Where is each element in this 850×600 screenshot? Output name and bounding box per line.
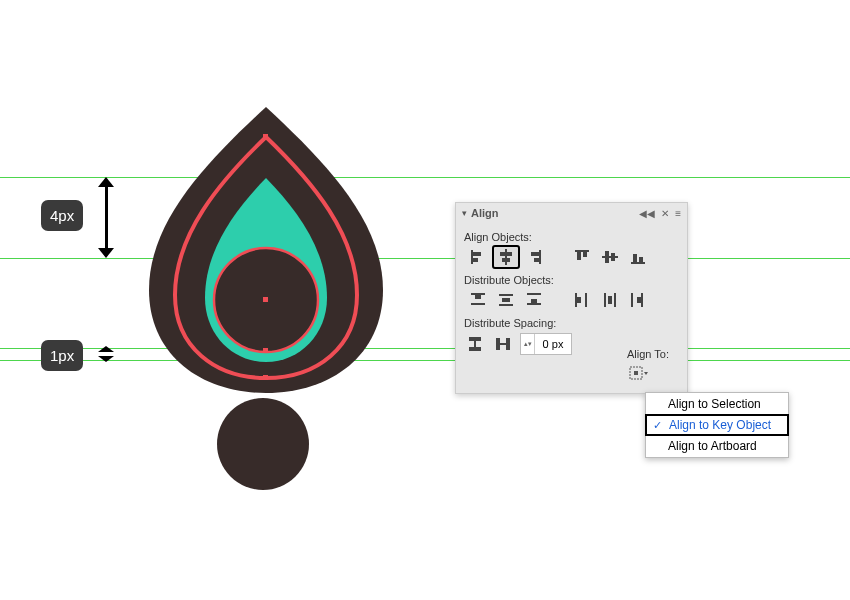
svg-rect-24: [639, 257, 643, 264]
align-vcenter-button[interactable]: [596, 245, 624, 269]
align-objects-label: Align Objects:: [464, 231, 679, 243]
align-right-button[interactable]: [520, 245, 548, 269]
svg-rect-17: [577, 250, 581, 260]
guide-line: [0, 258, 850, 259]
svg-rect-23: [633, 254, 637, 264]
distribute-hcenter-button[interactable]: [596, 288, 624, 312]
menu-align-to-key-object[interactable]: ✓Align to Key Object: [645, 414, 789, 436]
svg-rect-30: [502, 298, 510, 302]
align-to-section: Align To:: [627, 348, 679, 385]
svg-rect-43: [469, 337, 481, 341]
close-icon[interactable]: ✕: [661, 208, 669, 219]
spacing-input[interactable]: [535, 338, 571, 350]
svg-rect-35: [585, 293, 587, 307]
svg-rect-9: [471, 258, 478, 262]
arrow-head-icon: [98, 177, 114, 187]
svg-rect-14: [531, 252, 541, 256]
svg-rect-18: [583, 250, 587, 257]
canvas-artwork[interactable]: [137, 100, 395, 490]
svg-rect-50: [634, 371, 638, 375]
arrow-head-icon: [98, 346, 114, 352]
distribute-objects-row: [464, 286, 679, 314]
svg-rect-4: [263, 348, 268, 353]
svg-rect-25: [471, 293, 485, 295]
svg-rect-48: [500, 343, 506, 345]
measurement-label-bottom: 1px: [41, 340, 83, 371]
chevron-down-icon[interactable]: ▾: [462, 208, 467, 218]
svg-rect-33: [531, 299, 537, 303]
align-to-dropdown[interactable]: [627, 363, 651, 385]
svg-rect-8: [471, 252, 481, 256]
align-left-button[interactable]: [464, 245, 492, 269]
svg-rect-12: [502, 258, 510, 262]
panel-title: Align: [471, 207, 499, 219]
svg-rect-45: [474, 341, 476, 347]
guide-line: [0, 177, 850, 178]
svg-rect-34: [575, 293, 577, 307]
distribute-vcenter-button[interactable]: [492, 288, 520, 312]
svg-rect-36: [577, 297, 581, 303]
svg-rect-21: [611, 253, 615, 261]
menu-item-label: Align to Selection: [668, 397, 761, 411]
svg-rect-46: [496, 338, 500, 350]
svg-rect-20: [605, 251, 609, 263]
distribute-left-button[interactable]: [568, 288, 596, 312]
arrow-head-icon: [98, 248, 114, 258]
align-to-menu[interactable]: Align to Selection ✓Align to Key Object …: [645, 392, 789, 458]
menu-item-label: Align to Artboard: [668, 439, 757, 453]
svg-rect-41: [641, 293, 643, 307]
stepper-arrows-icon[interactable]: ▴▾: [521, 334, 535, 354]
svg-rect-28: [499, 294, 513, 296]
svg-rect-47: [506, 338, 510, 350]
panel-header[interactable]: ▾ Align ◀◀ ✕ ≡: [456, 203, 687, 223]
svg-rect-15: [534, 258, 541, 262]
distribute-bottom-button[interactable]: [520, 288, 548, 312]
horizontal-spacing-button[interactable]: [492, 333, 514, 355]
svg-rect-42: [637, 297, 641, 303]
menu-item-label: Align to Key Object: [669, 418, 771, 432]
vertical-spacing-button[interactable]: [464, 333, 486, 355]
align-to-label: Align To:: [627, 348, 679, 360]
guide-line: [0, 360, 850, 361]
svg-rect-10: [505, 249, 507, 265]
svg-rect-37: [604, 293, 606, 307]
distribute-objects-label: Distribute Objects:: [464, 274, 679, 286]
svg-rect-11: [500, 252, 512, 256]
distribute-right-button[interactable]: [624, 288, 652, 312]
align-top-button[interactable]: [568, 245, 596, 269]
align-panel[interactable]: ▾ Align ◀◀ ✕ ≡ Align Objects: Distribute…: [455, 202, 688, 394]
check-icon: ✓: [653, 419, 669, 432]
align-hcenter-button[interactable]: [492, 245, 520, 269]
svg-rect-26: [471, 303, 485, 305]
guide-line: [0, 348, 850, 349]
svg-point-6: [217, 398, 309, 490]
distribute-top-button[interactable]: [464, 288, 492, 312]
arrow-head-icon: [98, 356, 114, 362]
align-bottom-button[interactable]: [624, 245, 652, 269]
svg-rect-44: [469, 347, 481, 351]
dimension-arrow: [105, 183, 108, 251]
svg-rect-39: [608, 296, 612, 304]
distribute-spacing-label: Distribute Spacing:: [464, 317, 679, 329]
panel-menu-icon[interactable]: ≡: [675, 208, 681, 219]
spacing-stepper[interactable]: ▴▾: [520, 333, 572, 355]
svg-rect-2: [263, 134, 268, 139]
svg-rect-5: [263, 375, 268, 380]
svg-rect-38: [614, 293, 616, 307]
svg-rect-32: [527, 303, 541, 305]
svg-rect-31: [527, 293, 541, 295]
collapse-icon[interactable]: ◀◀: [639, 208, 655, 219]
svg-rect-3: [263, 297, 268, 302]
menu-align-to-artboard[interactable]: Align to Artboard: [646, 435, 788, 457]
measurement-label-top: 4px: [41, 200, 83, 231]
svg-rect-27: [475, 295, 481, 299]
align-objects-row: [464, 243, 679, 271]
svg-rect-19: [602, 256, 618, 258]
menu-align-to-selection[interactable]: Align to Selection: [646, 393, 788, 415]
svg-rect-29: [499, 304, 513, 306]
svg-rect-40: [631, 293, 633, 307]
